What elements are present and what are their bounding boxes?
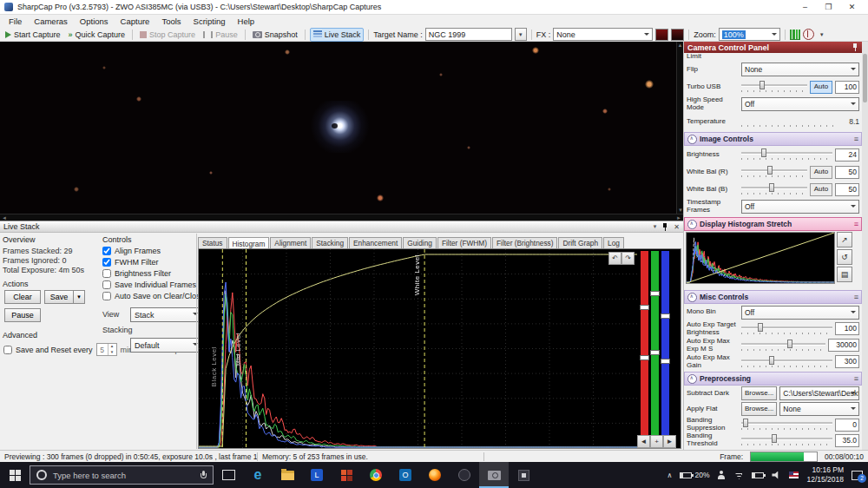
tab-guiding[interactable]: Guiding <box>403 237 437 248</box>
image-canvas[interactable] <box>0 42 676 214</box>
view-dropdown[interactable]: Stack <box>130 307 201 322</box>
snapshot-button[interactable]: Snapshot <box>250 29 300 41</box>
brightness-value[interactable]: 24 <box>835 148 859 162</box>
menu-scripting[interactable]: Scripting <box>187 16 232 26</box>
apply-flat-dropdown[interactable]: None <box>779 402 859 416</box>
tab-enhancement[interactable]: Enhancement <box>349 237 402 248</box>
tab-filter-brightness[interactable]: Filter (Brightness) <box>492 237 557 248</box>
hamburger-icon[interactable]: ≡ <box>854 135 858 143</box>
tab-stacking[interactable]: Stacking <box>312 237 348 248</box>
collapse-icon[interactable] <box>687 293 697 302</box>
image-controls-header[interactable]: Image Controls≡ <box>684 132 862 146</box>
camera-panel-scrollbar[interactable] <box>862 42 868 450</box>
dock-dropdown-icon[interactable]: ▾ <box>654 223 657 230</box>
banding-threshold-value[interactable]: 35.0 <box>835 434 859 447</box>
blue-level-handle[interactable] <box>661 313 670 319</box>
banding-threshold-slider[interactable] <box>741 434 832 446</box>
pause-button[interactable]: Pause <box>201 29 240 41</box>
save-button[interactable]: Save <box>44 290 74 304</box>
auto-exp-target-value[interactable]: 100 <box>835 322 859 335</box>
misc-controls-header[interactable]: Misc Controls≡ <box>684 290 862 304</box>
taskbar-app-dark[interactable] <box>450 462 479 488</box>
task-view-button[interactable] <box>214 462 243 488</box>
taskbar-app-edge[interactable]: e <box>243 462 273 488</box>
hamburger-icon[interactable]: ≡ <box>854 374 858 383</box>
fx-dropdown[interactable]: None <box>553 28 653 41</box>
start-button[interactable] <box>0 462 30 488</box>
collapse-icon[interactable] <box>687 135 697 144</box>
auto-exp-max-exp-value[interactable]: 30000 <box>828 339 859 352</box>
reticle-icon[interactable] <box>803 29 814 40</box>
reset-stretch-button[interactable]: ↺ <box>837 249 852 265</box>
save-individual-checkbox[interactable] <box>102 280 111 289</box>
menu-options[interactable]: Options <box>74 16 115 26</box>
clock[interactable]: 10:16 PM12/15/2018 <box>806 465 844 484</box>
green-level-bar[interactable] <box>651 251 659 435</box>
minimize-button[interactable]: – <box>793 1 817 14</box>
collapse-icon[interactable] <box>687 220 697 229</box>
pause-stack-button[interactable]: Pause <box>4 308 41 322</box>
tab-log[interactable]: Log <box>603 237 624 248</box>
tab-status[interactable]: Status <box>198 237 227 248</box>
flip-dropdown[interactable]: None <box>741 63 859 76</box>
green-mid-handle[interactable] <box>650 350 660 355</box>
wifi-icon[interactable] <box>733 471 744 479</box>
action-center-icon[interactable]: 2 <box>852 471 863 480</box>
red-level-handle[interactable] <box>640 305 649 310</box>
display-dark-swatch[interactable] <box>671 29 684 41</box>
auto-exp-target-slider[interactable] <box>741 323 832 335</box>
taskbar-app-grid[interactable] <box>332 462 361 488</box>
image-horizontal-scrollbar[interactable]: ◄ ► <box>0 214 683 221</box>
collapse-icon[interactable] <box>687 374 697 384</box>
menu-help[interactable]: Help <box>232 16 261 26</box>
tab-drift-graph[interactable]: Drift Graph <box>558 237 602 248</box>
tray-expand-icon[interactable]: ∧ <box>667 472 673 479</box>
pan-left-icon[interactable]: ◄ <box>637 435 650 448</box>
red-level-bar[interactable] <box>641 251 648 435</box>
banding-suppression-value[interactable]: 0 <box>835 419 859 432</box>
taskbar-search[interactable]: Type here to search <box>30 465 214 485</box>
menu-cameras[interactable]: Cameras <box>28 16 74 26</box>
tab-filter-fwhm[interactable]: Filter (FWHM) <box>437 237 491 248</box>
turbo-auto-button[interactable]: Auto <box>810 81 832 94</box>
save-stretch-button[interactable]: ▤ <box>837 267 852 282</box>
tab-alignment[interactable]: Alignment <box>270 237 311 248</box>
scroll-up-icon[interactable]: ▲ <box>677 42 683 49</box>
live-stack-button[interactable]: Live Stack <box>310 28 365 42</box>
pan-right-icon[interactable]: ► <box>663 435 676 448</box>
taskbar-app-firefox[interactable] <box>420 462 450 488</box>
brightness-slider[interactable] <box>741 148 832 161</box>
taskbar-app-photos[interactable] <box>509 462 538 488</box>
start-capture-button[interactable]: Start Capture <box>3 29 63 41</box>
zoom-dropdown[interactable]: 100% <box>719 28 780 41</box>
mini-histogram-plot[interactable] <box>687 233 834 283</box>
apply-flat-browse-button[interactable]: Browse... <box>741 402 777 416</box>
red-mid-handle[interactable] <box>640 355 649 360</box>
display-histogram-header[interactable]: Display Histogram Stretch≡ <box>684 217 862 231</box>
maximize-button[interactable]: ❐ <box>817 1 840 14</box>
taskbar-app-sharpcap[interactable] <box>479 462 509 488</box>
scroll-right-icon[interactable]: ► <box>674 215 683 221</box>
white-bal-r-value[interactable]: 50 <box>835 166 859 179</box>
minutes-spinner[interactable]: 5▲▼ <box>96 343 117 356</box>
tab-histogram[interactable]: Histogram <box>228 237 270 249</box>
pin-icon[interactable] <box>661 223 668 231</box>
menu-capture[interactable]: Capture <box>115 16 156 26</box>
blue-mid-handle[interactable] <box>661 359 670 364</box>
auto-exp-max-exp-slider[interactable] <box>741 340 825 352</box>
subtract-dark-browse-button[interactable]: Browse... <box>741 386 777 400</box>
reticle-dropdown[interactable]: ▼ <box>817 29 827 40</box>
align-frames-checkbox[interactable] <box>102 247 111 255</box>
taskbar-app-blue-l[interactable]: L <box>302 462 332 488</box>
scroll-left-icon[interactable]: ◄ <box>0 215 9 221</box>
banding-suppression-slider[interactable] <box>741 419 832 431</box>
stop-capture-button[interactable]: Stop Capture <box>137 29 198 41</box>
blue-level-bar[interactable] <box>661 251 669 435</box>
image-vertical-scrollbar[interactable]: ▲ ▼ <box>676 42 683 214</box>
hamburger-icon[interactable]: ≡ <box>854 220 858 228</box>
green-level-handle[interactable] <box>650 291 660 296</box>
live-stack-titlebar[interactable]: Live Stack ▾ ✕ <box>0 221 683 233</box>
fwhm-filter-checkbox[interactable] <box>102 258 111 267</box>
language-flag-icon[interactable] <box>789 472 799 478</box>
clear-button[interactable]: Clear <box>4 290 41 304</box>
